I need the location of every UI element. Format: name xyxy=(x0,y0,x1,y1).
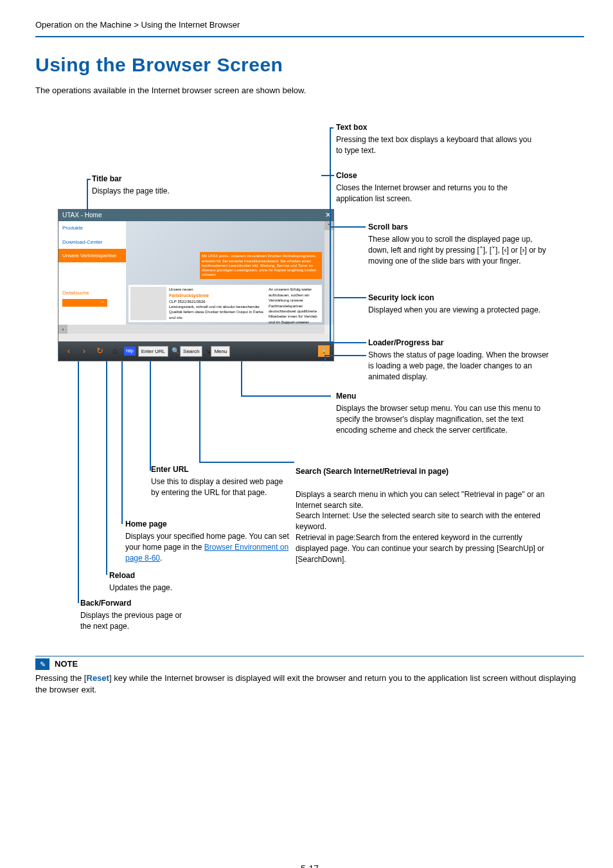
header-rule xyxy=(35,36,584,37)
scroll-left-icon[interactable]: ‹ xyxy=(58,325,67,334)
shot-sidebar: Produkte Download-Center Unsere Vertrieb… xyxy=(58,221,126,325)
menu-label: Menu xyxy=(211,346,230,357)
scroll-up-icon[interactable]: ˄ xyxy=(324,221,333,230)
note-icon: ✎ xyxy=(35,658,49,670)
back-button[interactable]: ‹ xyxy=(62,345,75,357)
shot-title-text: UTAX - Home xyxy=(62,212,102,219)
callout-reload: Reload Updates the page. xyxy=(109,570,251,593)
nav-detailsuche[interactable]: Detailsuche xyxy=(58,288,126,298)
horizontal-scrollbar[interactable]: ‹ › xyxy=(58,325,333,334)
page-number: 5-17 xyxy=(35,863,584,868)
callout-backfwd: Back/Forward Displays the previous page … xyxy=(80,598,183,631)
note-body: Pressing the [Reset] key while the Inter… xyxy=(35,673,584,696)
prod-r1: An unserem Erfolg weiter aufzubauen, suc… xyxy=(269,287,317,329)
prod-h3: CLP 3521/3621/3626 xyxy=(169,300,206,303)
nav-download[interactable]: Download-Center xyxy=(58,235,126,249)
intro-text: The operations available in the Internet… xyxy=(35,85,584,96)
nav-detailsuche-arrow[interactable] xyxy=(62,299,107,307)
shot-main: Mit UTAX print+, unserem innovativen Dru… xyxy=(126,221,324,325)
page-heading: Using the Browser Screen xyxy=(35,51,584,78)
prod-h1: Unsere neuen xyxy=(169,287,193,291)
reset-key: Reset xyxy=(87,673,109,683)
scroll-corner xyxy=(324,325,333,334)
browser-screenshot: UTAX - Home ✕ Produkte Download-Center U… xyxy=(58,209,334,361)
shot-banner: Mit UTAX print+, unserem innovativen Dru… xyxy=(200,252,322,279)
search-icon: 🔍 xyxy=(171,347,180,356)
callout-loader: Loader/Progress bar Shows the status of … xyxy=(368,338,555,382)
nav-partner[interactable]: Unsere Vertriebspartner xyxy=(58,249,126,262)
callout-search: Search (Search Internet/Retrieval in pag… xyxy=(296,455,546,565)
prod-body: Leistungsstark, schnell und mit absolut … xyxy=(169,305,263,320)
breadcrumb: Operation on the Machine > Using the Int… xyxy=(35,19,584,31)
callout-titlebar: Title bar Displays the page title. xyxy=(92,174,227,197)
search-label: Search xyxy=(180,346,202,357)
menu-icon: ↘ xyxy=(205,347,211,356)
prod-h2: Farbdrucksysteme xyxy=(169,293,266,299)
product-image xyxy=(130,287,166,320)
browser-toolbar: ‹ › ↻ ⌂ http Enter URL 🔍 Search ↘ Menu 🔒 xyxy=(58,341,333,361)
callout-homepage: Home page Displays your specified home p… xyxy=(125,519,292,563)
search-button[interactable]: 🔍 Search xyxy=(171,346,202,357)
note-section: ✎ NOTE Pressing the [Reset] key while th… xyxy=(35,656,584,696)
diagram: UTAX - Home ✕ Produkte Download-Center U… xyxy=(42,116,569,637)
shot-body: Produkte Download-Center Unsere Vertrieb… xyxy=(58,221,333,334)
enter-url-button[interactable]: Enter URL xyxy=(138,346,168,357)
nav-produkte[interactable]: Produkte xyxy=(58,221,126,235)
callout-lock: Security lock icon Displayed when you ar… xyxy=(368,293,555,316)
callout-enterurl: Enter URL Use this to display a desired … xyxy=(151,464,289,498)
callout-close: Close Closes the Internet browser and re… xyxy=(336,170,535,204)
vertical-scrollbar[interactable]: ˄ ˅ xyxy=(324,221,333,334)
callout-scrollbars: Scroll bars These allow you to scroll th… xyxy=(368,222,555,266)
shot-title-bar: UTAX - Home ✕ xyxy=(58,210,333,221)
url-badge-icon: http xyxy=(124,347,136,356)
menu-button[interactable]: ↘ Menu xyxy=(205,346,230,357)
forward-button[interactable]: › xyxy=(78,345,91,357)
reload-button[interactable]: ↻ xyxy=(93,345,106,357)
home-button[interactable]: ⌂ xyxy=(109,345,121,357)
callout-menu: Menu Displays the browser setup menu. Yo… xyxy=(336,391,542,435)
shot-product: Unsere neuen Farbdrucksysteme CLP 3521/3… xyxy=(129,285,322,322)
note-title: NOTE xyxy=(55,658,78,670)
callout-textbox: Text box Pressing the text box displays … xyxy=(336,122,535,156)
